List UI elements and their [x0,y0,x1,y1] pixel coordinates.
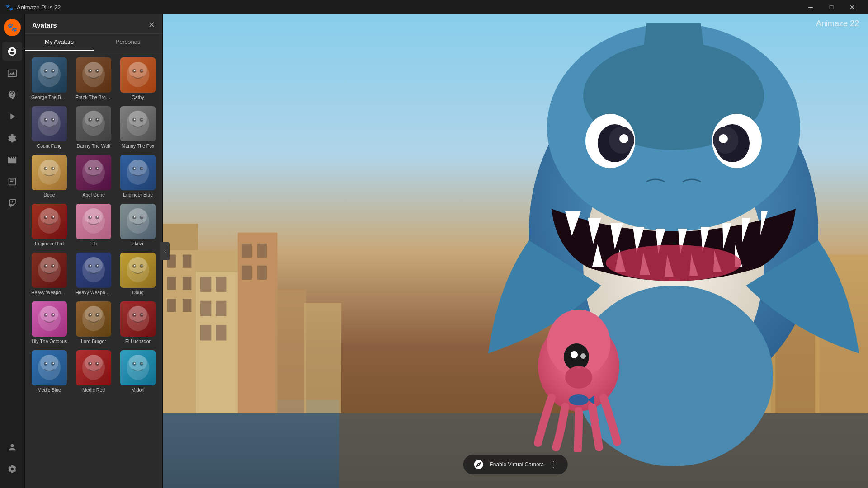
avatar-card-danny[interactable]: Danny The Wolf [73,104,114,150]
svg-rect-140 [200,301,211,316]
avatar-card-abel[interactable]: Abel Gene [73,153,114,199]
svg-point-17 [134,70,136,71]
avatar-thumb-frank [76,57,111,93]
close-button[interactable]: ✕ [842,0,863,14]
avatars-panel: Avatars ✕ My Avatars Personas George The… [25,14,163,488]
avatar-name-manny: Manny The Fox [122,143,155,149]
avatar-card-heavy-blue[interactable]: Heavy Weapons... [73,251,114,297]
avatar-name-engineer-red: Engineer Red [35,241,64,246]
svg-point-90 [142,265,143,267]
svg-point-83 [90,265,91,267]
avatar-card-lordburger[interactable]: Lord Burgor [73,300,114,346]
avatar-card-doug[interactable]: Doug [117,251,159,297]
avatar-card-medic-red[interactable]: Medic Red [73,348,114,394]
sidebar-item-motion[interactable] [2,107,22,127]
titlebar: 🐾 Animaze Plus 22 ─ □ ✕ [0,0,868,14]
avatar-name-abel: Abel Gene [82,192,105,197]
sidebar-item-overlay[interactable] [2,172,22,192]
svg-point-24 [53,119,54,120]
avatar-card-frank[interactable]: Frank The Brown... [73,56,114,102]
avatar-name-midori: Midori [132,387,145,393]
svg-point-71 [134,216,136,218]
avatar-card-heavy-red[interactable]: Heavy Weapons... [28,251,70,297]
avatar-card-lily[interactable]: Lily The Octopus [28,300,70,346]
avatar-thumb-midori [120,350,156,385]
avatar-name-hatzi: Hatzi [132,241,143,246]
app-layout: 🐾 [0,14,868,488]
svg-point-30 [97,119,99,120]
svg-point-89 [134,265,136,267]
svg-point-120 [97,363,99,364]
svg-rect-135 [183,299,192,312]
svg-point-2 [40,62,58,78]
avatar-name-george: George The Bo... [31,94,67,100]
sidebar-item-film[interactable] [2,150,22,170]
sidebar-item-scenes[interactable] [2,63,22,83]
sidebar-item-props[interactable] [2,128,22,148]
svg-point-173 [719,134,728,143]
avatar-card-manny[interactable]: Manny The Fox [117,104,159,150]
sidebar-item-user[interactable] [2,437,22,457]
avatar-thumb-doug [120,253,156,288]
svg-point-41 [46,168,47,169]
svg-rect-139 [216,277,226,292]
svg-point-179 [571,351,578,358]
minimize-button[interactable]: ─ [800,0,821,14]
avatar-name-cathy: Cathy [132,94,144,100]
svg-point-18 [142,70,143,71]
camera-more-button[interactable]: ⋮ [549,460,557,469]
svg-point-181 [569,394,589,405]
avatar-name-medic-blue: Medic Blue [38,387,61,393]
small-character [529,307,628,452]
svg-rect-132 [167,277,176,290]
sidebar-logo[interactable]: 🐾 [4,19,21,36]
svg-point-107 [134,314,136,315]
svg-point-47 [90,168,91,169]
app-icon: 🐾 [5,4,13,11]
avatar-card-engineer-red[interactable]: Engineer Red [28,202,70,248]
avatar-thumb-cathy [120,57,156,93]
svg-rect-145 [242,244,252,258]
sidebar-item-effects[interactable] [2,85,22,105]
svg-rect-128 [163,246,198,413]
avatars-close-button[interactable]: ✕ [148,21,155,29]
avatar-card-engineer-blue[interactable]: Engineer Blue [117,153,159,199]
avatar-name-lily: Lily The Octopus [32,338,67,344]
avatar-card-doge[interactable]: Doge [28,153,70,199]
tab-personas[interactable]: Personas [94,34,162,51]
svg-point-102 [97,314,99,315]
svg-point-169 [619,134,628,143]
svg-rect-142 [200,325,211,340]
avatar-card-medic-blue[interactable]: Medic Blue [28,348,70,394]
maximize-button[interactable]: □ [821,0,842,14]
svg-rect-147 [242,266,252,280]
avatar-thumb-engineer-blue [120,155,156,190]
avatars-title: Avatars [32,21,57,29]
svg-point-74 [40,257,58,273]
avatar-card-hatzi[interactable]: Hatzi [117,202,159,248]
svg-point-104 [129,306,147,322]
avatar-card-luchador[interactable]: El Luchador [117,300,159,346]
avatar-card-fifi[interactable]: Fifi [73,202,114,248]
tab-my-avatars[interactable]: My Avatars [25,34,94,51]
avatar-name-fifi: Fifi [90,241,97,246]
svg-point-35 [134,119,136,120]
svg-point-95 [46,314,47,315]
svg-point-68 [129,208,147,225]
main-viewport: Animaze 22 Enable Virtual Camera ⋮ [163,14,868,488]
avatar-card-george[interactable]: George The Bo... [28,56,70,102]
avatar-name-countfang: Count Fang [37,143,62,149]
svg-point-20 [40,111,58,127]
svg-rect-149 [275,290,306,413]
sidebar-item-settings[interactable] [2,459,22,479]
avatar-card-cathy[interactable]: Cathy [117,56,159,102]
collapse-panel-button[interactable]: ‹ [160,242,170,260]
avatars-header: Avatars ✕ [25,14,162,34]
svg-point-50 [129,160,147,176]
sidebar-item-avatars[interactable] [2,42,22,61]
svg-point-77 [46,265,47,267]
sidebar-item-twitch[interactable] [2,193,22,213]
svg-rect-144 [238,233,278,413]
avatar-card-midori[interactable]: Midori [117,348,159,394]
avatar-card-countfang[interactable]: Count Fang [28,104,70,150]
